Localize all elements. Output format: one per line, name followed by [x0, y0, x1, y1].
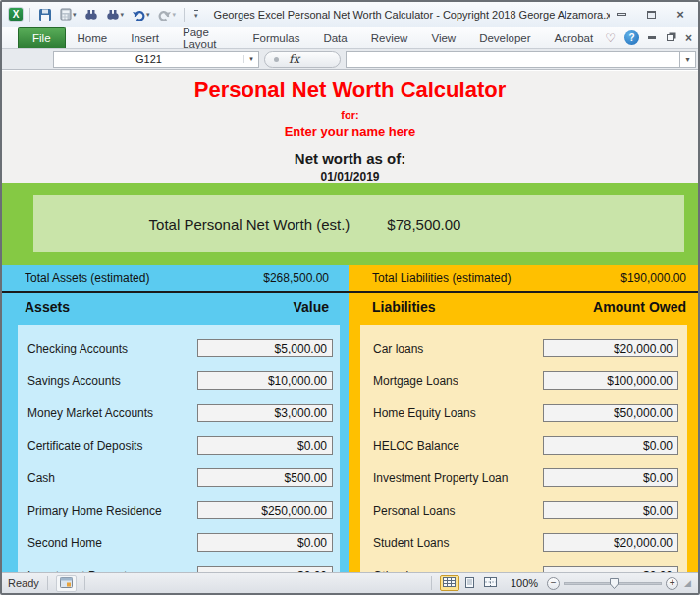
asset-label: Checking Accounts	[27, 342, 128, 355]
zoom-out-button[interactable]: −	[547, 577, 560, 590]
redo-button[interactable]: ▾	[156, 8, 179, 22]
page-break-view-button[interactable]	[481, 575, 501, 591]
zoom-level[interactable]: 100%	[511, 577, 538, 589]
zoom-in-button[interactable]: +	[666, 577, 678, 590]
page-layout-view-icon	[463, 577, 476, 590]
name-box-dropdown-icon[interactable]: ▾	[243, 55, 258, 63]
asset-value-cell[interactable]: $10,000.00	[197, 371, 333, 390]
networth-label: Total Personal Net Worth (est.)	[149, 216, 350, 233]
ribbon-tab[interactable]: Insert	[119, 27, 171, 48]
sheet-header: Personal Net Worth Calculator for: Enter…	[2, 71, 698, 183]
dropdown-arrow-icon[interactable]: ▾	[121, 11, 125, 18]
undo-button[interactable]: ▾	[130, 8, 152, 22]
asset-value-cell[interactable]: $3,000.00	[197, 404, 333, 422]
customize-qat-icon: ▾	[194, 10, 198, 19]
ribbon-right-controls: ♡ ? ×	[605, 27, 698, 48]
name-box[interactable]: G121 ▾	[53, 51, 259, 68]
liabilities-panel: Car loans $20,000.00 Mortgage Loans $100…	[360, 325, 687, 572]
title-bar: X ▾ ▾ ▾ ▾ ▾ Georges Excel Personal Net W…	[2, 2, 698, 27]
asset-value-cell[interactable]: $0.00	[197, 436, 333, 455]
liability-value-cell[interactable]: $20,000.00	[543, 339, 678, 357]
ribbon-tab[interactable]: Review	[359, 27, 420, 48]
asset-value-cell[interactable]: $250,000.00	[197, 501, 333, 519]
find-select-button[interactable]: ▾	[104, 7, 127, 22]
binoculars-icon	[84, 8, 98, 21]
dropdown-arrow-icon[interactable]: ▾	[73, 11, 77, 18]
asset-value-cell[interactable]: $0.00	[197, 533, 333, 552]
liabilities-value-header: Amount Owed	[593, 300, 686, 315]
liability-label: Student Loans	[373, 536, 449, 550]
asset-value-cell[interactable]: $0.00	[197, 566, 333, 572]
ribbon-tab[interactable]: Developer	[467, 27, 542, 48]
ribbon-tab[interactable]: Formulas	[241, 27, 311, 48]
asset-label: Money Market Accounts	[27, 407, 153, 420]
formula-input[interactable]	[346, 51, 680, 68]
ribbon-tab[interactable]: Data	[311, 27, 358, 48]
liability-value-cell[interactable]: $20,000.00	[543, 533, 678, 552]
liabilities-total-label: Total Liabilities (estimated)	[372, 271, 511, 285]
name-entry-cell[interactable]: Enter your name here	[2, 124, 698, 138]
liabilities-header: Liabilities	[372, 300, 436, 315]
date-cell[interactable]: 01/01/2019	[2, 170, 698, 184]
assets-header: Assets	[25, 300, 70, 315]
assets-column: Total Assets (estimated) $268,500.00 Ass…	[2, 265, 349, 572]
tab-file[interactable]: File	[18, 27, 66, 48]
liability-row: Investment Property Loan $0.00	[360, 462, 687, 494]
asof-label: Net worth as of:	[2, 150, 698, 167]
asset-label: Savings Accounts	[27, 374, 121, 388]
save-button[interactable]	[36, 7, 54, 23]
liability-row: Other Loans $0.00	[360, 559, 687, 572]
zoom-slider-handle[interactable]	[610, 578, 619, 591]
assets-total-value: $268,500.00	[263, 271, 329, 285]
liability-value-cell[interactable]: $0.00	[543, 436, 678, 455]
liability-row: Student Loans $20,000.00	[360, 526, 687, 559]
asset-row: Second Home $0.00	[18, 526, 340, 559]
asset-value-cell[interactable]: $5,000.00	[197, 339, 333, 357]
close-button[interactable]: ×	[673, 8, 688, 22]
worksheet: Personal Net Worth Calculator for: Enter…	[2, 70, 698, 572]
liability-value-cell[interactable]: $100,000.00	[543, 371, 678, 390]
normal-view-icon	[443, 577, 456, 589]
binoculars-icon	[106, 8, 120, 21]
workbook-minimize-icon[interactable]	[648, 36, 656, 39]
liabilities-total-row: Total Liabilities (estimated) $190,000.0…	[349, 265, 698, 291]
expand-formula-bar-icon[interactable]: ▾	[680, 51, 696, 68]
ribbon-tab[interactable]: View	[419, 27, 467, 48]
quick-print-button[interactable]: ▾	[58, 7, 79, 22]
liability-value-cell[interactable]: $0.00	[543, 468, 678, 487]
liability-value-cell[interactable]: $0.00	[543, 501, 678, 519]
page-layout-view-button[interactable]	[460, 575, 480, 591]
dropdown-arrow-icon[interactable]: ▾	[146, 11, 150, 18]
heart-icon[interactable]: ♡	[605, 32, 616, 44]
asset-row: Investment Property $0.00	[18, 559, 340, 572]
asset-value-cell[interactable]: $500.00	[197, 468, 333, 487]
ribbon-tab[interactable]: Acrobat	[543, 27, 606, 48]
liability-row: Car loans $20,000.00	[360, 332, 687, 364]
find-button[interactable]	[82, 7, 100, 22]
zoom-slider[interactable]	[564, 582, 662, 585]
maximize-button[interactable]	[643, 8, 659, 22]
customize-qat-button[interactable]: ▾	[190, 9, 200, 20]
minimize-icon	[617, 13, 626, 16]
status-ready: Ready	[8, 577, 39, 589]
statusbar-separator	[84, 576, 85, 590]
workbook-close-icon[interactable]: ×	[685, 32, 692, 44]
normal-view-button[interactable]	[440, 575, 459, 591]
liability-value-cell[interactable]: $50,000.00	[543, 404, 678, 422]
networth-value: $78,500.00	[387, 216, 460, 233]
resize-grip-icon[interactable]: ◢	[684, 578, 692, 588]
workbook-restore-icon[interactable]	[667, 34, 674, 41]
ribbon-tab[interactable]: Page Layout	[171, 27, 241, 48]
help-button[interactable]: ?	[624, 30, 639, 45]
asset-row: Checking Accounts $5,000.00	[18, 332, 340, 364]
assets-total-label: Total Assets (estimated)	[25, 271, 149, 285]
liability-value-cell[interactable]: $0.00	[543, 566, 678, 572]
macro-record-icon	[60, 577, 73, 590]
insert-function-button[interactable]: fx	[264, 51, 341, 68]
networth-summary: Total Personal Net Worth (est.) $78,500.…	[33, 195, 684, 252]
window-title: Georges Excel Personal Net Worth Calcula…	[204, 9, 610, 21]
minimize-button[interactable]	[614, 8, 629, 22]
ribbon-tab[interactable]: Home	[66, 27, 120, 48]
macro-record-button[interactable]	[56, 575, 77, 592]
liabilities-total-value: $190,000.00	[620, 271, 686, 285]
